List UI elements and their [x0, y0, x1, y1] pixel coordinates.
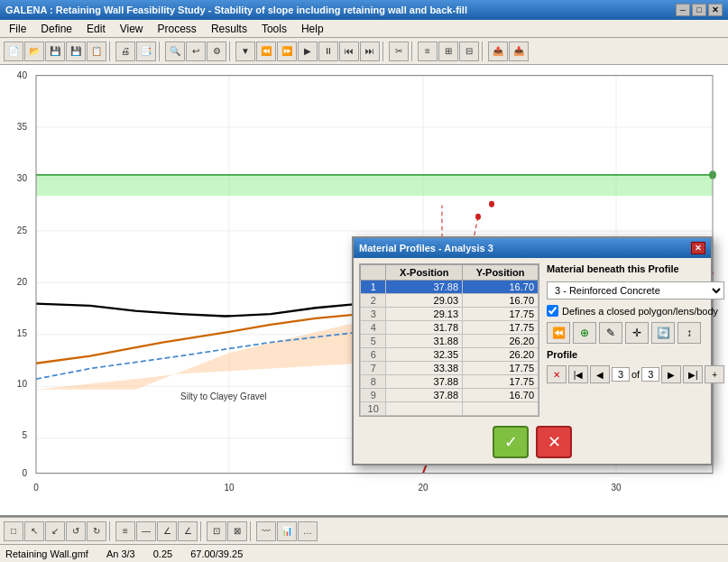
tb-filter[interactable]: ▼: [235, 41, 255, 61]
tb-export[interactable]: 📤: [488, 41, 508, 61]
bt-angle2[interactable]: ∠: [178, 521, 198, 541]
nav-add-btn[interactable]: +: [705, 365, 724, 383]
svg-text:40: 40: [17, 69, 27, 80]
tb-step-back[interactable]: ⏪: [256, 41, 276, 61]
row-num: 7: [361, 362, 386, 375]
btn-edit[interactable]: ✎: [599, 322, 622, 344]
btn-move[interactable]: ✛: [625, 322, 649, 344]
nav-first-btn[interactable]: |◀: [568, 365, 588, 383]
table-row[interactable]: 10: [361, 402, 539, 416]
bt-box2[interactable]: ⊠: [227, 521, 247, 541]
table-row[interactable]: 9 37.88 16.70: [361, 389, 539, 402]
menu-define[interactable]: Define: [35, 22, 78, 36]
row-num: 8: [361, 375, 386, 389]
menu-tools[interactable]: Tools: [256, 22, 292, 36]
minimize-button[interactable]: ─: [676, 4, 690, 16]
maximize-button[interactable]: □: [692, 4, 706, 16]
bt-line[interactable]: —: [136, 521, 156, 541]
tb-align-h[interactable]: ⊞: [438, 41, 458, 61]
menu-edit[interactable]: Edit: [81, 22, 111, 36]
bt-rotate2[interactable]: ↻: [87, 521, 106, 541]
tb-new[interactable]: 📄: [4, 41, 23, 61]
btn-swap[interactable]: ↕: [677, 322, 701, 344]
material-dropdown[interactable]: 3 - Reinforced Concrete 1 - Sandy Gravel…: [547, 281, 724, 299]
tb-import[interactable]: 📥: [509, 41, 529, 61]
polygon-checkbox[interactable]: [547, 305, 558, 317]
btn-add-green[interactable]: ⊕: [573, 322, 596, 344]
profile-table-scroll[interactable]: X-Position Y-Position 1 37.88 16.70 2 29…: [359, 263, 539, 417]
menu-process[interactable]: Process: [152, 22, 202, 36]
tb-run[interactable]: ▶: [298, 41, 318, 61]
tb-step-fwd[interactable]: ⏩: [277, 41, 297, 61]
tb-print2[interactable]: 📑: [136, 41, 156, 61]
bt-hline[interactable]: ≡: [115, 521, 135, 541]
tb-print[interactable]: 🖨: [115, 41, 135, 61]
menu-results[interactable]: Results: [206, 22, 253, 36]
bt-chart[interactable]: 📊: [277, 521, 297, 541]
table-row[interactable]: 2 29.03 16.70: [361, 294, 539, 308]
material-profiles-dialog: Material Profiles - Analysis 3 ✕ X-Posit…: [352, 236, 713, 465]
ok-button[interactable]: ✓: [493, 426, 529, 458]
tb-undo[interactable]: ↩: [186, 41, 206, 61]
tb-zoom[interactable]: 🔍: [165, 41, 185, 61]
table-row[interactable]: 3 29.13 17.75: [361, 308, 539, 321]
icon-btn-row-1: ⏪ ⊕ ✎ ✛ 🔄 ↕: [547, 322, 724, 344]
btn-rotate[interactable]: 🔄: [651, 322, 675, 344]
chart-area[interactable]: 40 35 30 25 20 15 10 5 0 0 10 20 30: [0, 65, 728, 517]
nav-next-btn[interactable]: ▶: [661, 365, 681, 383]
bottom-toolbar: □ ↖ ↙ ↺ ↻ ≡ — ∠ ∠ ⊡ ⊠ 〰 📊 …: [0, 517, 728, 544]
tb-settings[interactable]: ⚙: [207, 41, 226, 61]
table-row[interactable]: 4 31.78 17.75: [361, 321, 539, 335]
bt-more[interactable]: …: [298, 521, 318, 541]
row-y: 26.20: [463, 348, 539, 362]
bt-wave[interactable]: 〰: [256, 521, 276, 541]
tb-skip-back[interactable]: ⏮: [339, 41, 359, 61]
bt-select[interactable]: □: [4, 521, 23, 541]
table-row[interactable]: 5 31.88 26.20: [361, 335, 539, 348]
menu-file[interactable]: File: [4, 22, 32, 36]
tb-cut[interactable]: ✂: [389, 41, 409, 61]
nav-prev-btn[interactable]: ◀: [590, 365, 610, 383]
dialog-right-panel: Material beneath this Profile 3 - Reinfo…: [547, 263, 724, 417]
table-row[interactable]: 7 33.38 17.75: [361, 362, 539, 375]
tb-align-v[interactable]: ≡: [418, 41, 438, 61]
svg-rect-27: [36, 175, 713, 196]
bt-arrow2[interactable]: ↙: [45, 521, 65, 541]
bt-rotate1[interactable]: ↺: [66, 521, 86, 541]
bt-arrow1[interactable]: ↖: [24, 521, 44, 541]
tb-distribute[interactable]: ⊟: [459, 41, 479, 61]
polygon-checkbox-label: Defines a closed polygon/lens/body: [562, 306, 718, 317]
toolbar-sep-5: [411, 41, 415, 61]
dialog-close-button[interactable]: ✕: [691, 242, 705, 254]
bt-box1[interactable]: ⊡: [207, 521, 226, 541]
bt-angle1[interactable]: ∠: [157, 521, 177, 541]
toolbar-sep-4: [382, 41, 386, 61]
nav-last-btn[interactable]: ▶|: [683, 365, 703, 383]
dialog-content: X-Position Y-Position 1 37.88 16.70 2 29…: [354, 258, 711, 422]
svg-point-35: [475, 214, 481, 220]
svg-point-36: [489, 201, 494, 207]
tb-skip-fwd[interactable]: ⏭: [360, 41, 380, 61]
table-row[interactable]: 6 32.35 26.20: [361, 348, 539, 362]
close-button[interactable]: ✕: [708, 4, 723, 16]
title-bar-buttons: ─ □ ✕: [676, 4, 723, 16]
tb-copy[interactable]: 📋: [87, 41, 106, 61]
window-title: GALENA : Retaining Wall Feasibility Stud…: [5, 5, 467, 15]
cancel-button[interactable]: ✕: [536, 426, 572, 458]
dialog-title-text: Material Profiles - Analysis 3: [359, 243, 493, 253]
row-num: 10: [361, 402, 386, 416]
table-row[interactable]: 1 37.88 16.70: [361, 281, 539, 294]
btn-prev-green[interactable]: ⏪: [547, 322, 570, 344]
tb-save[interactable]: 💾: [45, 41, 65, 61]
svg-text:30: 30: [611, 482, 621, 493]
profile-nav-row: ✕ |◀ ◀ 3 of 3 ▶ ▶| +: [547, 365, 724, 383]
svg-text:35: 35: [17, 120, 27, 132]
menu-view[interactable]: View: [115, 22, 149, 36]
tb-save2[interactable]: 💾: [66, 41, 86, 61]
tb-open[interactable]: 📂: [24, 41, 44, 61]
menu-help[interactable]: Help: [296, 22, 329, 36]
svg-text:20: 20: [418, 482, 428, 493]
tb-pause[interactable]: ⏸: [318, 41, 338, 61]
table-row[interactable]: 8 37.88 17.75: [361, 375, 539, 389]
nav-delete-btn[interactable]: ✕: [547, 365, 567, 383]
